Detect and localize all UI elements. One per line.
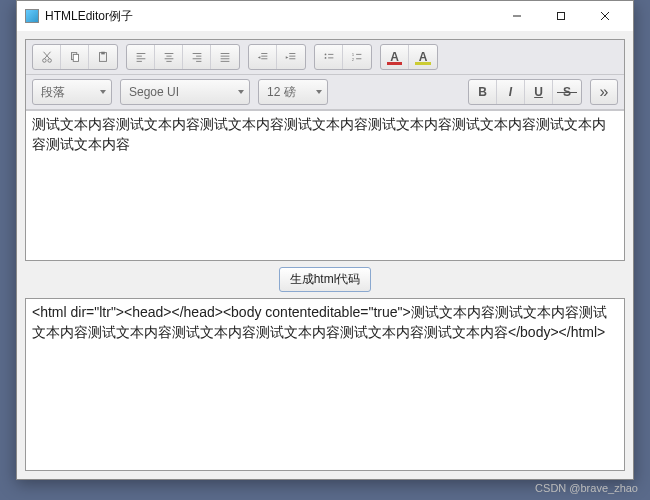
window-title: HTMLEditor例子	[45, 8, 495, 25]
svg-rect-9	[73, 54, 78, 61]
svg-marker-46	[316, 90, 322, 94]
watermark: CSDN @brave_zhao	[535, 482, 638, 494]
chevron-down-icon	[315, 85, 323, 99]
svg-point-37	[324, 57, 326, 59]
svg-line-7	[44, 52, 50, 59]
paragraph-select-label: 段落	[41, 84, 65, 101]
generate-row: 生成html代码	[25, 261, 625, 298]
svg-point-4	[42, 59, 46, 63]
svg-marker-31	[257, 56, 260, 59]
format-group: B I U S	[468, 79, 582, 105]
minimize-button[interactable]	[495, 2, 539, 30]
list-group: 12	[314, 44, 372, 70]
text-color-button[interactable]: A	[381, 45, 409, 69]
content-area: 12 A A 段落 Segoe UI 12 磅	[17, 31, 633, 479]
html-editor: 12 A A 段落 Segoe UI 12 磅	[25, 39, 625, 261]
number-list-button[interactable]: 12	[343, 45, 371, 69]
bold-button[interactable]: B	[469, 80, 497, 104]
close-button[interactable]	[583, 2, 627, 30]
chevron-down-icon	[99, 85, 107, 99]
svg-marker-45	[238, 90, 244, 94]
editor-textarea[interactable]: 测试文本内容测试文本内容测试文本内容测试文本内容测试文本内容测试文本内容测试文本…	[26, 110, 624, 260]
font-select-label: Segoe UI	[129, 85, 179, 99]
app-icon	[25, 9, 39, 23]
align-justify-button[interactable]	[211, 45, 239, 69]
paragraph-select[interactable]: 段落	[32, 79, 112, 105]
size-select-label: 12 磅	[267, 84, 296, 101]
output-textarea[interactable]: <html dir="ltr"><head></head><body conte…	[25, 298, 625, 471]
cut-button[interactable]	[33, 45, 61, 69]
indent-group	[248, 44, 306, 70]
svg-marker-44	[100, 90, 106, 94]
more-button[interactable]: »	[590, 79, 618, 105]
maximize-button[interactable]	[539, 2, 583, 30]
align-group	[126, 44, 240, 70]
color-group: A A	[380, 44, 438, 70]
svg-text:2: 2	[352, 57, 355, 62]
italic-button[interactable]: I	[497, 80, 525, 104]
svg-point-5	[47, 59, 51, 63]
paste-button[interactable]	[89, 45, 117, 69]
chevron-down-icon	[237, 85, 245, 99]
svg-line-6	[43, 52, 49, 59]
highlight-color-button[interactable]: A	[409, 45, 437, 69]
svg-rect-1	[558, 13, 565, 20]
bullet-list-button[interactable]	[315, 45, 343, 69]
outdent-button[interactable]	[249, 45, 277, 69]
toolbar-row-1: 12 A A	[26, 40, 624, 75]
align-center-button[interactable]	[155, 45, 183, 69]
svg-marker-35	[286, 56, 289, 59]
font-select[interactable]: Segoe UI	[120, 79, 250, 105]
window-controls	[495, 2, 627, 30]
app-window: HTMLEditor例子	[16, 0, 634, 480]
align-right-button[interactable]	[183, 45, 211, 69]
align-left-button[interactable]	[127, 45, 155, 69]
generate-button[interactable]: 生成html代码	[279, 267, 372, 292]
strikethrough-button[interactable]: S	[553, 80, 581, 104]
svg-rect-11	[101, 52, 105, 55]
underline-button[interactable]: U	[525, 80, 553, 104]
clipboard-group	[32, 44, 118, 70]
size-select[interactable]: 12 磅	[258, 79, 328, 105]
toolbar-row-2: 段落 Segoe UI 12 磅 B I U S »	[26, 75, 624, 110]
indent-button[interactable]	[277, 45, 305, 69]
titlebar: HTMLEditor例子	[17, 1, 633, 31]
svg-point-36	[324, 54, 326, 56]
copy-button[interactable]	[61, 45, 89, 69]
